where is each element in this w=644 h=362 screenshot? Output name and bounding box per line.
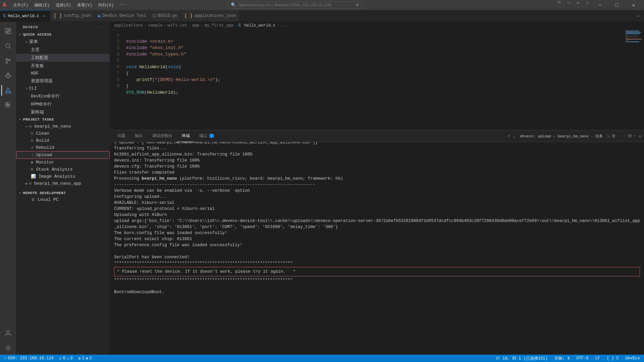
code-editor[interactable]: 1 2 3 4 5 6 7 8 9 #include <stdio.h> #in… [110,29,644,130]
sidebar-image-analysis[interactable]: 📊 Image Analysis [16,173,110,180]
terminal-line: upload args:{'bin_file': 'C:\\Users\\lzh… [114,218,640,230]
breadcrumb-sample[interactable]: sample [148,23,163,28]
breadcrumb-app[interactable]: app [192,23,200,28]
panel-restart-icon[interactable]: ↻ [607,134,610,139]
layout-btn2[interactable]: ▭ [565,0,573,10]
sidebar-clean[interactable]: ⊡ Clean [16,130,110,137]
search-input[interactable] [238,3,354,7]
project-tasks-chevron: ▾ [19,117,21,122]
sidebar-home[interactable]: 主页 [16,46,110,54]
activity-deveco[interactable] [1,84,15,97]
breadcrumb-my-first-app[interactable]: my_first_app [205,23,233,28]
sidebar-menu[interactable]: ▾ 菜单 [16,38,110,46]
tab-close-hello-world[interactable]: ✕ [41,13,47,19]
sidebar-bearpi-app[interactable]: ▶ ⊟ bearpi_hm_nano_app [16,180,110,187]
activity-git[interactable] [1,54,15,67]
copilot-icon[interactable]: ⊞ [356,2,359,8]
sidebar-cli-label: CLI [29,86,37,91]
sidebar-deveco-cli[interactable]: DevEco命令行 [16,92,110,100]
sidebar-quick-access[interactable]: ▾ QUICK ACCESS [16,31,110,38]
panel-more-icon[interactable]: ··· [618,133,626,139]
activity-debug[interactable] [1,69,15,82]
status-errors[interactable]: ✕ 0 ⚠ 0 [58,356,74,361]
close-button[interactable]: ✕ [626,0,641,10]
sidebar-hpm-cli[interactable]: HPM命令行 [16,100,110,108]
minimize-button[interactable]: ─ [592,0,608,10]
sidebar-deveco-header: DEVECO ··· [16,22,110,31]
status-ssh[interactable]: ⚡ SSH: 192.168.10.124 [3,356,55,361]
sidebar-project-config[interactable]: 工程配置 [16,54,110,62]
terminal-line: Configuring upload... [114,194,640,200]
svg-rect-1 [8,29,11,30]
restore-button[interactable]: □ [609,0,625,10]
panel-add-icon[interactable]: + [507,133,510,139]
sidebar-stack-analysis[interactable]: ⊞ Stack Analysis [16,166,110,173]
sidebar-remote-dev[interactable]: ▾ REMOTE DEVELOPMENT [16,190,110,196]
menu-more[interactable]: ··· [117,2,130,9]
menu-select[interactable]: 选择(S) [53,2,74,9]
breadcrumb-file[interactable]: C hello_world.c [238,23,275,28]
sidebar-build[interactable]: ⚙ Build [16,137,110,144]
sidebar-rebuild[interactable]: ↺ Rebuild [16,144,110,151]
panel-split-icon[interactable]: ⧉ [628,133,632,139]
sidebar-monitor[interactable]: ◉ Monitor [16,159,110,166]
tab-split-icon[interactable]: ⋯ [635,12,641,19]
tab-config-json[interactable]: { } config.json [50,10,94,22]
menu-view[interactable]: 查看(V) [74,2,95,9]
panel-tab-terminal[interactable]: 终端 [177,130,195,142]
status-spaces[interactable]: 空格: 4 [553,356,571,361]
activity-search[interactable] [1,39,15,53]
sidebar-hdf[interactable]: HDF [16,70,110,77]
sidebar-project-tasks[interactable]: ▾ PROJECT TASKS [16,116,110,123]
breadcrumb-wifi-iot[interactable]: wifi-iot [168,23,187,28]
status-position[interactable]: 行 10, 列 1 (已选择151) [495,356,549,361]
activity-explorer[interactable] [1,25,15,38]
sidebar-new-terminal[interactable]: 新终端 [16,108,110,116]
breadcrumb-applications[interactable]: applications [114,23,143,28]
status-language[interactable]: { } C [605,356,620,361]
layout-btn3[interactable]: ▬ [574,0,582,10]
search-bar[interactable]: 🔍 ⊞ [228,1,362,9]
tab-applications-json[interactable]: { } applications.json [181,10,239,22]
status-appname[interactable]: DevEco [624,356,641,361]
status-line-ending[interactable]: LF [594,356,601,361]
panel-tab-output[interactable]: 输出 [130,130,148,142]
layout-btn4[interactable]: ▯ [583,0,591,10]
tab-icon-c: C [3,14,6,18]
panel-minimize-icon[interactable]: ─ [634,133,636,139]
panel-kill-icon[interactable]: 🗑 [612,134,616,139]
panel-chevron-icon[interactable]: ⌄ [513,133,515,139]
status-workers[interactable]: ⚙ 1 ⊞ 2 [77,356,93,361]
activity-settings[interactable] [1,341,15,355]
sidebar-bearpi[interactable]: ▾ ◎ bearpi_hm_nano [16,123,110,130]
sidebar-more-icon[interactable]: ··· [98,25,106,29]
panel-tab-problems[interactable]: 问题 [113,130,130,142]
breadcrumb-ellipsis[interactable]: ... [281,23,288,28]
panel-tab-debug-console[interactable]: 调试控制台 [148,130,177,142]
layout-btn[interactable]: ⧉ [555,0,564,10]
tab-deveco-device-tool[interactable]: ▲ DevEco Device Tool [94,10,150,22]
sidebar-menu-label: 菜单 [29,39,38,45]
sidebar-cli[interactable]: ▾ CLI [16,85,110,92]
panel-tab-ports[interactable]: 端口 2 [195,130,219,142]
terminal-content[interactable]: nment bearpi_hm_nano {"upload": ["out/be… [110,142,644,298]
terminal-line: Verbose mode can be enabled via `-v, --v… [114,188,640,194]
sidebar-upload[interactable]: ↑ Upload [16,151,110,159]
status-encoding[interactable]: UTF-8 [575,356,590,361]
sidebar-local-pc[interactable]: 🖥 Local PC [16,196,110,203]
menu-edit[interactable]: 编辑(E) [32,2,52,9]
menu-file[interactable]: 文件(F) [10,2,31,9]
activity-account[interactable] [1,326,15,340]
code-content[interactable]: #include <stdio.h> #include "ohos_init.h… [123,29,624,130]
sidebar-resource-manager[interactable]: 资源管理器 [16,77,110,85]
menu-goto[interactable]: 转到(G) [96,2,116,9]
sidebar-dev-board[interactable]: 开发板 [16,62,110,70]
tab-build-gn[interactable]: □ BUILD.gn [150,10,181,22]
panel-close-icon[interactable]: ✕ [639,133,641,139]
stack-icon: ⊞ [31,167,33,172]
tab-hello-world[interactable]: C hello_world.c ✕ [0,10,50,22]
remote-dev-chevron: ▾ [19,191,21,195]
terminal-reset-message: * Please reset the device. If it doesn't… [117,269,637,275]
activity-extensions[interactable] [1,98,15,112]
terminal-line: deveco.cfg: Transferring file 100% [114,164,640,170]
